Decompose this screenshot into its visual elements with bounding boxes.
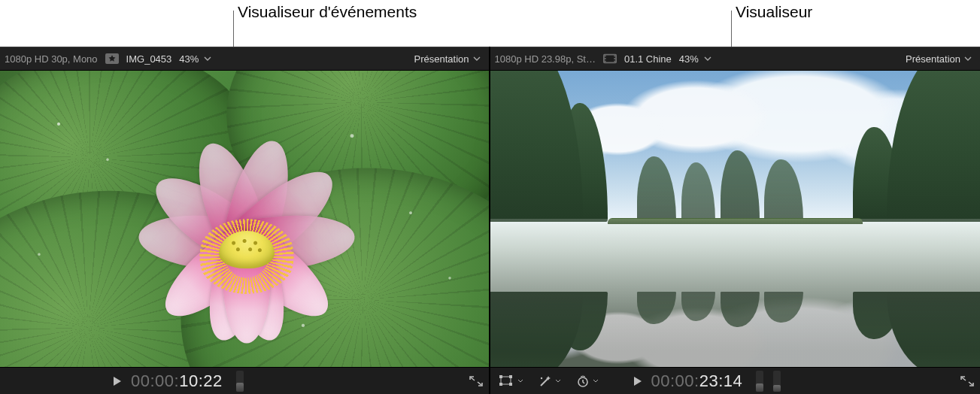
transform-tool-menu[interactable] — [496, 372, 528, 390]
event-viewer-toolbar: 1080p HD 30p, Mono IMG_0453 43% Présenta… — [0, 47, 489, 71]
favorite-clip-icon — [105, 53, 119, 64]
view-menu[interactable]: Présentation — [906, 53, 975, 65]
chevron-down-icon — [591, 377, 600, 386]
audio-meter-left — [756, 371, 763, 392]
event-viewer-bottombar: 00:00:10:22 — [0, 367, 489, 394]
svg-rect-6 — [614, 56, 615, 57]
chevron-down-icon — [963, 54, 972, 63]
viewer-pane: 1080p HD 23.98p, St… 01.1 Chine 43% Prés… — [490, 47, 981, 394]
clip-format-label: 1080p HD 23.98p, St… — [495, 53, 596, 65]
zoom-value: 43% — [179, 53, 199, 65]
play-button[interactable] — [632, 375, 644, 387]
dual-viewer-app: 1080p HD 30p, Mono IMG_0453 43% Présenta… — [0, 47, 980, 394]
chevron-down-icon — [472, 54, 481, 63]
audio-meter — [236, 371, 244, 392]
callout-region: Visualiseur d'événements Visualiseur — [0, 0, 980, 47]
fullscreen-button[interactable] — [469, 376, 483, 386]
viewer-viewport[interactable] — [490, 71, 981, 367]
clip-format-label: 1080p HD 30p, Mono — [5, 53, 98, 65]
svg-rect-4 — [605, 58, 606, 59]
fullscreen-button[interactable] — [960, 376, 974, 386]
zoom-value: 43% — [679, 53, 699, 65]
timecode-display[interactable]: 00:00:10:22 — [131, 371, 223, 391]
callout-event-viewer: Visualiseur d'événements — [238, 3, 417, 21]
timecode-hours: 00:00: — [651, 371, 699, 390]
landscape-preview-image — [490, 71, 981, 367]
svg-rect-13 — [509, 383, 512, 386]
callout-line-left — [233, 11, 234, 47]
timecode-frames: 23:14 — [699, 371, 743, 390]
timecode-display[interactable]: 00:00:23:14 — [651, 371, 743, 391]
viewer-bottombar: 00:00:23:14 — [490, 367, 981, 394]
chevron-down-icon — [554, 377, 563, 386]
timecode-frames: 10:22 — [179, 371, 223, 390]
callout-viewer: Visualiseur — [736, 3, 812, 21]
audio-meter-right — [773, 371, 781, 392]
view-menu-label: Présentation — [414, 53, 469, 65]
svg-point-14 — [540, 377, 542, 378]
chevron-down-icon — [703, 54, 712, 63]
svg-rect-8 — [614, 61, 615, 62]
enhance-tool-menu[interactable] — [536, 371, 566, 391]
svg-rect-12 — [499, 383, 502, 386]
zoom-dropdown[interactable]: 43% — [179, 53, 212, 65]
timecode-hours: 00:00: — [131, 371, 179, 390]
lotus-preview-image — [0, 71, 489, 367]
clip-name-label: IMG_0453 — [126, 53, 172, 65]
clip-name-label: 01.1 Chine — [624, 53, 672, 65]
project-clip-icon — [603, 53, 617, 64]
view-menu-label: Présentation — [906, 53, 960, 65]
chevron-down-icon — [203, 54, 212, 63]
callout-line-right — [731, 11, 732, 47]
svg-rect-10 — [499, 375, 502, 378]
retime-tool-menu[interactable] — [573, 371, 603, 391]
svg-rect-5 — [605, 61, 606, 62]
chevron-down-icon — [516, 377, 525, 386]
event-viewer-viewport[interactable] — [0, 71, 489, 367]
play-button[interactable] — [111, 375, 123, 387]
view-menu[interactable]: Présentation — [414, 53, 484, 65]
event-viewer-pane: 1080p HD 30p, Mono IMG_0453 43% Présenta… — [0, 47, 490, 394]
svg-rect-11 — [509, 375, 512, 378]
viewer-toolbar: 1080p HD 23.98p, St… 01.1 Chine 43% Prés… — [490, 47, 981, 71]
svg-rect-2 — [605, 56, 615, 62]
svg-rect-3 — [605, 56, 606, 57]
zoom-dropdown[interactable]: 43% — [679, 53, 712, 65]
svg-rect-7 — [614, 58, 615, 59]
